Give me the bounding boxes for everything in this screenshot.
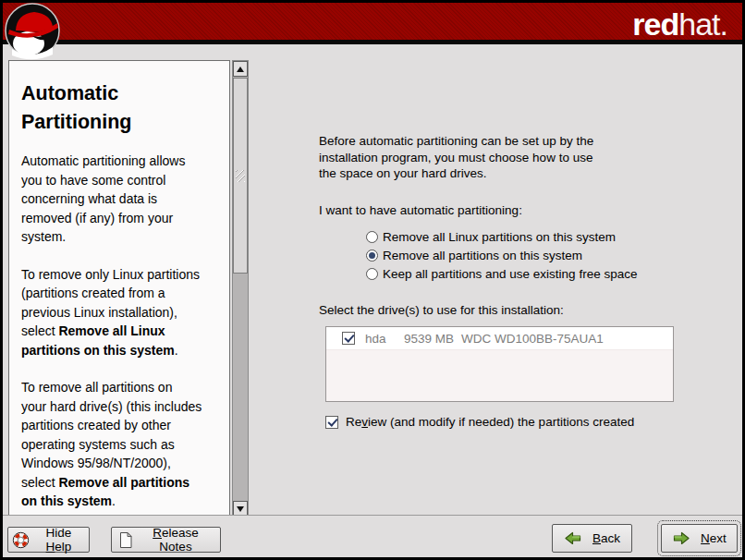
- drive-select-label: Select the drive(s) to use for this inst…: [319, 303, 564, 317]
- drive-model: WDC WD100BB-75AUA1: [461, 332, 673, 346]
- radio-icon[interactable]: [366, 250, 378, 262]
- auto-partition-radio-group: Remove all Linux partitions on this syst…: [366, 227, 637, 283]
- scrollbar-track[interactable]: [233, 274, 248, 500]
- help-title: Automatic Partitioning: [21, 79, 220, 137]
- review-checkbox[interactable]: [325, 416, 338, 429]
- lifesaver-icon: [12, 531, 30, 549]
- drive-checkbox[interactable]: [342, 332, 355, 345]
- next-button[interactable]: Next: [661, 524, 738, 553]
- back-label: Back: [592, 531, 620, 545]
- radio-option[interactable]: Remove all partitions on this system: [366, 246, 637, 264]
- scrollbar-thumb[interactable]: [233, 78, 248, 274]
- radio-option[interactable]: Remove all Linux partitions on this syst…: [366, 227, 637, 246]
- intro-text: Before automatic partitioning can be set…: [319, 133, 593, 182]
- prompt-text: I want to have automatic partitioning:: [319, 203, 522, 217]
- drive-size: 9539 MB: [404, 332, 461, 346]
- footer-bar: Hide Help Release Notes Back: [3, 515, 742, 557]
- back-arrow-icon: [564, 530, 582, 546]
- drive-row[interactable]: hda9539 MBWDC WD100BB-75AUA1: [326, 327, 673, 350]
- arrow-down-icon: [237, 506, 244, 512]
- wordmark-red: red: [632, 6, 678, 42]
- scrollbar-grip-icon: [236, 170, 245, 182]
- radio-label: Keep all partitions and use existing fre…: [383, 267, 637, 281]
- hide-help-button[interactable]: Hide Help: [7, 527, 90, 553]
- redhat-wordmark: redhat.: [632, 6, 727, 43]
- radio-option[interactable]: Keep all partitions and use existing fre…: [366, 264, 637, 283]
- wordmark-hat: hat.: [678, 6, 727, 42]
- next-arrow-icon: [672, 530, 690, 546]
- document-icon: [117, 531, 134, 549]
- help-paragraph-1: Automatic partitioning allows you to hav…: [21, 152, 220, 247]
- radio-icon[interactable]: [366, 231, 378, 243]
- release-notes-label: Release Notes: [137, 526, 214, 554]
- drive-name: hda: [365, 332, 404, 346]
- arrow-up-icon: [237, 67, 244, 72]
- help-panel: Automatic Partitioning Automatic partiti…: [8, 60, 230, 517]
- drive-list[interactable]: hda9539 MBWDC WD100BB-75AUA1: [325, 326, 674, 402]
- back-button[interactable]: Back: [552, 524, 632, 553]
- redhat-shadowman-logo: [5, 3, 61, 60]
- radio-label: Remove all Linux partitions on this syst…: [383, 230, 616, 244]
- next-label: Next: [701, 531, 727, 545]
- scroll-up-button[interactable]: [233, 61, 248, 77]
- radio-label: Remove all partitions on this system: [383, 249, 582, 262]
- release-notes-button[interactable]: Release Notes: [111, 527, 221, 553]
- review-label: Review (and modify if needed) the partit…: [346, 415, 634, 429]
- hide-help-label: Hide Help: [32, 526, 85, 554]
- help-paragraph-2: To remove only Linux partitions (partiti…: [21, 265, 220, 360]
- help-paragraph-3: To remove all partitions on your hard dr…: [21, 378, 220, 511]
- help-scrollbar[interactable]: [232, 60, 249, 517]
- top-banner: redhat.: [3, 3, 742, 44]
- radio-icon[interactable]: [366, 268, 378, 280]
- installer-window: redhat. Automatic Partitioning Automatic…: [0, 0, 745, 560]
- review-option[interactable]: Review (and modify if needed) the partit…: [325, 415, 634, 429]
